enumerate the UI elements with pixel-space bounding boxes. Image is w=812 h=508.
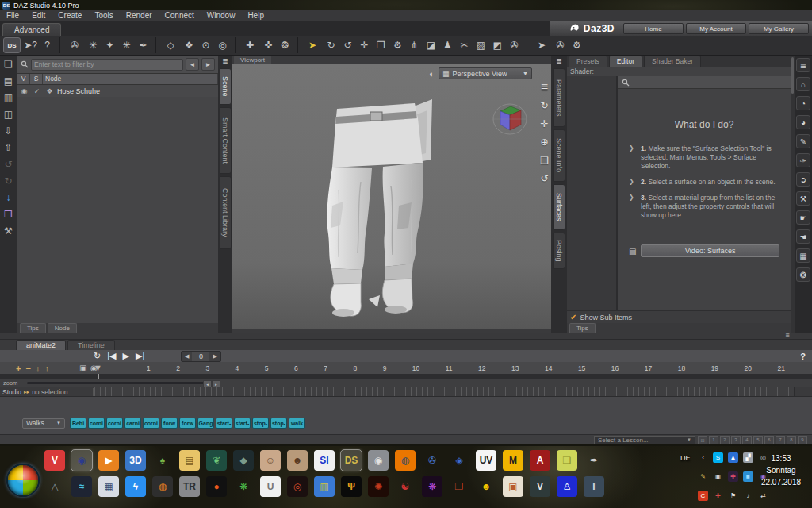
daz-studio-icon[interactable]: DS [341, 450, 362, 471]
pane-list-icon[interactable]: ≣ [556, 57, 562, 65]
facegen-icon[interactable]: ☺ [260, 450, 281, 471]
animation-clip[interactable]: corni [88, 418, 105, 429]
carrara-icon[interactable]: ◆ [233, 450, 254, 471]
home-activity-icon[interactable]: ⌂ [796, 77, 810, 91]
app-tray-icon[interactable]: ▞ [743, 452, 753, 463]
draw-pen-icon[interactable]: ✎ [796, 134, 810, 148]
aux-select-tool-icon[interactable]: ➤ [527, 37, 552, 53]
spot-render-tool-icon[interactable]: ✇ [506, 37, 523, 53]
animation-clip[interactable]: corni [106, 418, 123, 429]
prev-frame-button[interactable]: |◀ [107, 351, 116, 361]
content-package-icon[interactable]: ❒ [4, 209, 13, 220]
kaleidoscope-icon[interactable]: ❋ [422, 476, 442, 497]
scene-filter-input[interactable] [31, 59, 183, 71]
lesson-page-button[interactable]: 3 [731, 436, 741, 444]
undo-icon[interactable]: ↺ [4, 159, 12, 170]
ds-home-icon[interactable]: DS [3, 37, 21, 53]
frame-value[interactable]: 0 [192, 352, 209, 361]
export-icon[interactable]: ⇧ [4, 142, 12, 153]
column-visibility[interactable]: V [17, 74, 30, 84]
face-app-icon[interactable]: ☻ [287, 450, 308, 471]
lesson-page-button[interactable]: 2 [720, 436, 730, 444]
brand-link[interactable]: My Account [686, 23, 746, 34]
Create[interactable]: Create [52, 10, 88, 21]
surfaces-tab[interactable]: Shader Baker [644, 56, 701, 67]
taskbar-clock[interactable]: 13:53 Sonntag 22.07.2018 [755, 452, 807, 488]
help-icon[interactable]: ? [39, 37, 56, 53]
import-icon[interactable]: ⇩ [4, 125, 12, 137]
messenger-icon[interactable]: ϟ [125, 476, 146, 497]
scrollbar-thumb[interactable] [791, 57, 794, 94]
render-settings-icon[interactable]: ⚙ [569, 37, 585, 53]
frame-spinner[interactable]: ◀ 0 ▶ [181, 351, 221, 362]
lock-tray-icon[interactable]: ▣ [713, 471, 723, 482]
flag-tray-icon[interactable]: ⚑ [728, 491, 738, 501]
film-frame-icon[interactable]: ▦ [796, 248, 810, 263]
brand-link[interactable]: My Gallery [749, 23, 809, 34]
vivaldi-icon[interactable]: V [44, 450, 65, 471]
render-icon[interactable]: ✇ [552, 37, 569, 53]
lesson-page-button[interactable]: 6 [764, 436, 774, 444]
install-manager-icon[interactable]: ↓ [6, 192, 11, 203]
new-node-instance-icon[interactable]: ✜ [260, 37, 277, 53]
brand-link[interactable]: Home [623, 23, 684, 34]
volume-tray-icon[interactable]: ♪ [743, 491, 753, 501]
indesign-icon[interactable]: I [584, 476, 604, 497]
pane-options-icon[interactable]: ≣ [541, 82, 549, 93]
phoenix-icon[interactable]: Ψ [341, 476, 362, 497]
sync-app-tray-icon[interactable]: ✚ [713, 491, 723, 501]
checkbox-checked-icon[interactable]: ✔ [570, 313, 576, 321]
media-player-icon[interactable]: ▶ [98, 450, 119, 471]
surface-selection-tool-icon[interactable]: ◪ [423, 37, 439, 53]
pen-knife-icon[interactable]: ✒ [584, 450, 604, 471]
side-tab[interactable]: Content Library [220, 176, 232, 249]
zoom-handle-left[interactable]: ◂ [203, 380, 212, 387]
video-surfaces-button[interactable]: Video: Surfaces [641, 244, 779, 257]
maxwell-icon[interactable]: M [503, 450, 523, 471]
brush-tray-icon[interactable]: ✎ [698, 471, 708, 482]
delete-keyframe-button[interactable]: − [25, 364, 30, 373]
fern-app-icon[interactable]: ❦ [206, 450, 227, 471]
node-selection-tool-icon[interactable]: ➤ [297, 37, 323, 53]
bone-tool-icon[interactable]: ⋔ [406, 37, 423, 53]
frame-icon[interactable]: ❑ [540, 155, 549, 166]
next-frame-button[interactable]: ▶| [136, 351, 144, 361]
brush-knife-icon[interactable]: ✑ [796, 153, 810, 167]
calculator-icon[interactable]: ▦ [98, 476, 119, 497]
surfaces-tab[interactable]: Presets [569, 56, 607, 67]
nvidia-3d-icon[interactable]: 3D [125, 450, 146, 471]
pane-menu-icon[interactable]: ≣ [785, 333, 790, 339]
next-key-button[interactable]: ↑ [44, 364, 49, 373]
lesson-page-button[interactable]: 1 [709, 436, 718, 444]
side-tab[interactable]: Parameters [553, 68, 565, 127]
lesson-page-button[interactable]: ⊞ [698, 436, 707, 444]
trove-icon[interactable]: ◍ [152, 476, 173, 497]
start-button[interactable] [6, 464, 40, 497]
mandala-icon[interactable]: ✺ [368, 476, 389, 497]
active-pose-tool-icon[interactable]: ↺ [339, 37, 356, 53]
blender-icon[interactable]: ◍ [395, 450, 416, 471]
audio-app-icon[interactable]: ≈ [71, 476, 92, 497]
new-node-icon[interactable]: ✚ [235, 37, 260, 53]
pose-hand-left-icon[interactable]: ☛ [796, 210, 810, 225]
refresh-tray-icon[interactable]: ⇄ [758, 491, 768, 501]
v-editor-icon[interactable]: V [530, 476, 550, 497]
red-book-icon[interactable]: ❒ [449, 476, 469, 497]
pane-drag-handle[interactable]: ⋯ [389, 325, 396, 329]
animation-clip[interactable]: start- [216, 418, 232, 429]
photos-tray-icon[interactable]: ▲ [728, 452, 738, 463]
render-spheres-icon[interactable]: ◔ [796, 96, 810, 110]
redo-icon[interactable]: ↻ [4, 175, 12, 187]
pose-hand-right-icon[interactable]: ☚ [796, 229, 810, 244]
colors-tray-icon[interactable]: ✚ [728, 471, 738, 482]
geometry-editor-tool-icon[interactable]: ✂ [456, 37, 473, 53]
zoom-slider-track[interactable] [27, 382, 208, 384]
photo-stack-icon[interactable]: ▣ [503, 476, 523, 497]
side-tab[interactable]: Smart Content [220, 107, 232, 174]
update-icon[interactable]: ⚒ [4, 225, 13, 237]
merge-file-icon[interactable]: ▥ [4, 92, 13, 103]
telescope-icon[interactable]: △ [44, 476, 65, 497]
hidden-icons-chevron[interactable]: ‹ [698, 452, 708, 463]
side-tab[interactable]: Scene Info [553, 129, 565, 182]
hammer-fix-icon[interactable]: ⚒ [796, 191, 810, 206]
